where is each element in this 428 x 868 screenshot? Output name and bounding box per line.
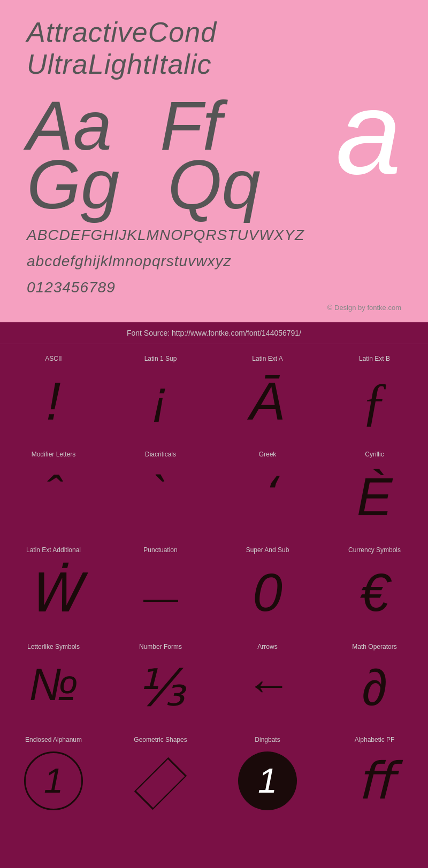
- glyph-grid: ASCII ! Latin 1 Sup ¡ Latin Ext A Ā Lati…: [0, 344, 428, 818]
- top-section: AttractiveCond UltraLightItalic Aa Ff Gg…: [0, 0, 428, 322]
- glyph-cell-alphabeticpf: Alphabetic PF ﬀ: [321, 725, 428, 818]
- glyph-label-alphabeticpf: Alphabetic PF: [355, 736, 395, 743]
- glyph-char-wdot: Ẇ: [27, 562, 80, 624]
- letter-pair-Qq: Qq: [167, 150, 260, 219]
- glyph-label-numberforms: Number Forms: [139, 643, 182, 650]
- glyph-cell-latinexta: Latin Ext A Ā: [214, 344, 321, 440]
- glyph-cell-latinextadd: Latin Ext Additional Ẇ: [0, 536, 107, 632]
- glyph-cell-currency: Currency Symbols €: [321, 536, 428, 632]
- glyph-label-dingbats: Dingbats: [255, 736, 280, 743]
- glyph-label-arrows: Arrows: [257, 643, 277, 650]
- glyph-char-circle1: 1: [24, 751, 83, 810]
- glyph-cell-punctuation: Punctuation: [107, 536, 214, 632]
- glyph-char-diamond: [134, 757, 187, 809]
- digits: 0123456789: [27, 277, 401, 298]
- glyph-char-egrave: È: [357, 466, 393, 528]
- glyph-label-modifier: Modifier Letters: [32, 451, 76, 458]
- glyph-char-frac: ⅓: [136, 658, 185, 717]
- glyph-cell-ascii: ASCII !: [0, 344, 107, 440]
- glyph-cell-greek: Greek ʻ: [214, 440, 321, 536]
- letter-pair-Gg: Gg: [27, 150, 119, 219]
- glyph-char-partial: ∂: [362, 658, 387, 717]
- glyph-label-diacriticals: Diacriticals: [145, 451, 176, 458]
- glyph-label-latin1sup: Latin 1 Sup: [144, 355, 177, 362]
- glyph-char-caret: ˆ: [45, 466, 62, 521]
- glyph-label-latinexta: Latin Ext A: [252, 355, 282, 362]
- glyph-cell-modifier: Modifier Letters ˆ: [0, 440, 107, 536]
- glyph-cell-mathops: Math Operators ∂: [321, 632, 428, 725]
- glyph-char-exclaim: !: [46, 370, 61, 432]
- font-source: Font Source: http://www.fontke.com/font/…: [0, 322, 428, 344]
- glyph-label-letterlike: Letterlike Symbols: [27, 643, 80, 650]
- glyph-char-no: №: [29, 658, 78, 711]
- uppercase-alphabet: ABCDEFGHIJKLMNOPQRSTUVWXYZ: [27, 224, 401, 245]
- glyph-char-backtick: `: [152, 466, 169, 521]
- glyph-cell-latin1sup: Latin 1 Sup ¡: [107, 344, 214, 440]
- glyph-cell-enclosedalphan: Enclosed Alphanum 1: [0, 725, 107, 818]
- copyright: © Design by fontke.com: [27, 304, 401, 312]
- bottom-letter-row: Gg Qq: [27, 150, 293, 219]
- glyph-cell-numberforms: Number Forms ⅓: [107, 632, 214, 725]
- glyph-char-circle1-wrapper: 1: [24, 751, 83, 810]
- letter-large-a: a: [336, 80, 401, 186]
- glyph-cell-diacriticals: Diacriticals `: [107, 440, 214, 536]
- glyph-char-ff: ﬀ: [357, 751, 392, 810]
- glyph-label-latinextb: Latin Ext B: [359, 355, 390, 362]
- glyph-label-greek: Greek: [259, 451, 277, 458]
- glyph-label-geoshapes: Geometric Shapes: [134, 736, 187, 743]
- glyph-char-euro: €: [360, 562, 389, 623]
- glyph-char-0italic: 0: [253, 562, 282, 623]
- glyph-char-f: ƒ: [361, 370, 388, 432]
- glyph-char-filledcircle1: 1: [238, 751, 297, 810]
- glyph-cell-arrows: Arrows ←: [214, 632, 321, 725]
- dark-section: Font Source: http://www.fontke.com/font/…: [0, 322, 428, 834]
- glyph-cell-dingbats: Dingbats 1: [214, 725, 321, 818]
- glyph-label-ascii: ASCII: [45, 355, 62, 362]
- glyph-char-arrow: ←: [245, 658, 291, 711]
- glyph-cell-superandsub: Super And Sub 0: [214, 536, 321, 632]
- glyph-char-dash: [143, 600, 178, 602]
- glyph-char-i: ¡: [152, 370, 169, 425]
- letter-pairs: Aa Ff Gg Qq: [27, 91, 293, 219]
- glyph-label-cyrillic: Cyrillic: [365, 451, 384, 458]
- lowercase-alphabet: abcdefghijklmnopqrstuvwxyz: [27, 251, 401, 272]
- glyph-char-abar: Ā: [250, 370, 286, 432]
- glyph-cell-latinextb: Latin Ext B ƒ: [321, 344, 428, 440]
- glyph-char-filledcircle1-wrapper: 1: [238, 751, 297, 810]
- glyph-cell-geoshapes: Geometric Shapes: [107, 725, 214, 818]
- glyph-char-diamond-wrapper: [142, 751, 179, 810]
- glyph-label-latinextadd: Latin Ext Additional: [26, 546, 81, 554]
- glyph-cell-letterlike: Letterlike Symbols №: [0, 632, 107, 725]
- glyph-label-punctuation: Punctuation: [143, 546, 177, 554]
- glyph-label-superandsub: Super And Sub: [246, 546, 289, 554]
- glyph-char-comma: ʻ: [260, 466, 276, 522]
- glyph-cell-cyrillic: Cyrillic È: [321, 440, 428, 536]
- glyph-char-dash-wrapper: [143, 562, 178, 624]
- glyph-label-currency: Currency Symbols: [348, 546, 401, 554]
- glyph-label-mathops: Math Operators: [352, 643, 396, 650]
- glyph-label-enclosedalphan: Enclosed Alphanum: [25, 736, 82, 743]
